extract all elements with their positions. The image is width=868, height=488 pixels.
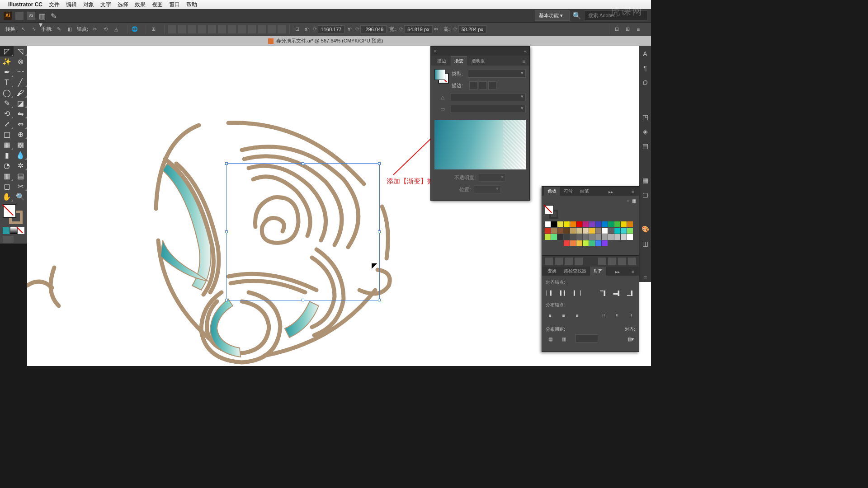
- dist-left-icon[interactable]: [228, 25, 236, 33]
- stroke-panel-icon[interactable]: ≡: [641, 274, 649, 282]
- direct-selection-tool-icon[interactable]: ◹: [14, 46, 27, 56]
- swatch-cell[interactable]: [557, 221, 563, 227]
- swatches-panel-icon[interactable]: ◫: [641, 239, 649, 248]
- none-mode-icon[interactable]: [18, 227, 24, 234]
- tab-gradient[interactable]: 渐变: [451, 56, 467, 66]
- swatch-cell[interactable]: [627, 240, 633, 246]
- align-hcenter-icon[interactable]: ▍▍: [559, 288, 568, 297]
- perspective-tool-icon[interactable]: ▦: [0, 140, 14, 150]
- tab-align[interactable]: 对齐: [590, 267, 606, 276]
- gradient-fillstroke[interactable]: [434, 69, 448, 86]
- swatch-grid-view-icon[interactable]: ▦: [632, 198, 636, 203]
- gradient-aspect-input[interactable]: [451, 105, 526, 113]
- opentype-panel-icon[interactable]: O: [641, 79, 649, 87]
- arrange-icon[interactable]: ▥ ▾: [39, 12, 47, 20]
- gradient-tool-icon[interactable]: ▮: [0, 150, 14, 160]
- stroke-type-2-icon[interactable]: [479, 81, 487, 89]
- dist-spacing-v-icon[interactable]: ▤: [546, 334, 555, 343]
- swatch-new-icon[interactable]: [618, 258, 626, 265]
- column-graph-tool-icon[interactable]: ▥: [0, 171, 14, 181]
- swatch-cell[interactable]: [602, 234, 608, 240]
- swatch-cell[interactable]: [576, 221, 582, 227]
- artboard-tool-icon[interactable]: ▢: [0, 181, 14, 192]
- selection-tool-icon[interactable]: ◸: [0, 46, 14, 56]
- swatch-cell[interactable]: [608, 240, 614, 246]
- menu-type[interactable]: 文字: [100, 1, 111, 9]
- tab-stroke[interactable]: 描边: [434, 56, 450, 66]
- app-name[interactable]: Illustrator CC: [8, 1, 42, 8]
- swatch-cell[interactable]: [583, 234, 589, 240]
- swatch-cell[interactable]: [545, 228, 551, 234]
- gradient-preview[interactable]: [434, 120, 526, 169]
- swatch-cell[interactable]: [557, 247, 563, 253]
- dist-vcenter-icon[interactable]: ≡: [559, 311, 568, 320]
- globe-icon[interactable]: 🌐: [131, 26, 138, 33]
- export-panel-icon[interactable]: ◳: [641, 113, 649, 121]
- swatch-cell[interactable]: [595, 234, 601, 240]
- swatch-grid[interactable]: [545, 221, 636, 253]
- swatch-cell[interactable]: [557, 240, 563, 246]
- isolate-icon[interactable]: ⊟: [613, 26, 620, 33]
- align-bottom-icon[interactable]: ▁▌: [626, 288, 635, 297]
- swatch-cell[interactable]: [614, 234, 620, 240]
- swatch-cell[interactable]: [564, 240, 570, 246]
- menu-help[interactable]: 帮助: [186, 1, 197, 9]
- anchor-icon2[interactable]: ⟲: [102, 26, 109, 33]
- menu-file[interactable]: 文件: [49, 1, 60, 9]
- width-tool-icon[interactable]: ⇔: [14, 119, 27, 129]
- swatch-cell[interactable]: [551, 240, 557, 246]
- align-left-icon[interactable]: ▏▍: [546, 288, 555, 297]
- tab-opacity[interactable]: 透明度: [468, 56, 489, 66]
- panel-collapse-icon[interactable]: «: [524, 48, 527, 54]
- swatch-cell[interactable]: [589, 221, 595, 227]
- swatch-cell[interactable]: [557, 234, 563, 240]
- swatch-cell[interactable]: [551, 247, 557, 253]
- ellipse-tool-icon[interactable]: ◯: [0, 88, 14, 98]
- align-to-dropdown[interactable]: ▥▾: [626, 334, 635, 343]
- stock-icon[interactable]: St: [27, 12, 35, 20]
- swatch-cell[interactable]: [595, 240, 601, 246]
- y-value[interactable]: -296.049: [360, 25, 387, 33]
- align-right-icon[interactable]: [188, 25, 196, 33]
- align-top-icon[interactable]: [198, 25, 206, 33]
- anchor-icon1[interactable]: ✂: [91, 26, 98, 33]
- scale-tool-icon[interactable]: ⤢: [0, 119, 14, 129]
- swatch-cell[interactable]: [602, 221, 608, 227]
- color-panel-icon[interactable]: 🎨: [641, 225, 649, 233]
- tab-swatches[interactable]: 色板: [544, 187, 560, 196]
- handle-ml[interactable]: [225, 230, 228, 233]
- swatch-cell[interactable]: [570, 234, 576, 240]
- tab-pathfinder[interactable]: 路径查找器: [560, 267, 590, 276]
- swatch-cell[interactable]: [545, 240, 551, 246]
- swatch-cell[interactable]: [602, 228, 608, 234]
- dist-spacing-h-icon[interactable]: ▥: [559, 334, 568, 343]
- swatch-cell[interactable]: [583, 240, 589, 246]
- fill-stroke-control[interactable]: [0, 202, 27, 226]
- swatch-cell[interactable]: [576, 228, 582, 234]
- bridge-icon[interactable]: [15, 12, 24, 20]
- gradient-mode-icon[interactable]: [10, 227, 17, 234]
- swatch-cell[interactable]: [627, 234, 633, 240]
- bar-graph-tool-icon[interactable]: ▤: [14, 171, 27, 181]
- swatch-cell[interactable]: [608, 221, 614, 227]
- swatch-cell[interactable]: [621, 228, 627, 234]
- free-transform-tool-icon[interactable]: ◫: [0, 129, 14, 140]
- swatch-cell[interactable]: [576, 240, 582, 246]
- handle-icon1[interactable]: ✎: [55, 26, 62, 33]
- slice-tool-icon[interactable]: ✂: [14, 181, 27, 192]
- eraser-tool-icon[interactable]: ◪: [14, 98, 27, 108]
- panel-menu-icon[interactable]: ≡: [635, 26, 642, 33]
- edit-icon[interactable]: ⊞: [624, 26, 631, 33]
- swatch-cell[interactable]: [589, 240, 595, 246]
- anchor-icon3[interactable]: ◬: [113, 26, 120, 33]
- swatch-cell[interactable]: [557, 228, 563, 234]
- handle-br[interactable]: [378, 299, 381, 301]
- swatch-cell[interactable]: [614, 228, 620, 234]
- swatch-cell[interactable]: [595, 228, 601, 234]
- handle-bc[interactable]: [302, 299, 304, 301]
- convert-smooth-icon[interactable]: ⤣: [30, 26, 38, 33]
- align-menu-icon[interactable]: ≡: [629, 268, 637, 276]
- dist-right-icon[interactable]: ⁞⁞: [626, 311, 635, 320]
- fill-swatch[interactable]: [3, 204, 16, 218]
- color-mode-icon[interactable]: [3, 227, 9, 234]
